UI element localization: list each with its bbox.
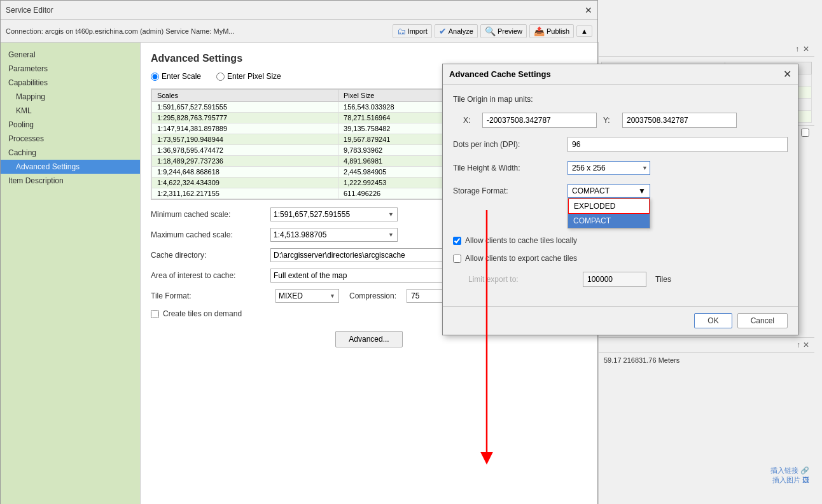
storage-format-dropdown: EXPLODED COMPACT [568,198,650,228]
limit-export-label: Limit export to: [468,275,576,284]
storage-format-row: Storage Format: COMPACT ▼ EXPLODED COMPA… [453,184,788,198]
y-input[interactable] [622,113,737,128]
dropdown-item-exploded[interactable]: EXPLODED [568,199,650,214]
storage-format-label: Storage Format: [453,186,561,195]
storage-format-value: COMPACT [572,186,610,195]
allow-cache-label: Allow clients to cache tiles locally [465,236,577,245]
tile-size-row: Tile Height & Width: 256 x 256 [453,161,788,175]
allow-export-checkbox[interactable] [453,255,461,263]
dialog-title-bar: Advanced Cache Settings ✕ [443,64,798,85]
tile-origin-coords-row: X: Y: [453,113,788,128]
dropdown-item-compact[interactable]: COMPACT [568,214,650,228]
allow-cache-checkbox[interactable] [453,237,461,245]
tiles-label: Tiles [655,275,671,284]
storage-format-wrapper: COMPACT ▼ EXPLODED COMPACT [568,184,650,198]
tile-origin-label-row: Tile Origin in map units: [453,95,788,104]
cancel-button[interactable]: Cancel [737,313,788,328]
dpi-label: Dots per inch (DPI): [453,140,561,149]
tile-size-select[interactable]: 256 x 256 [568,161,650,175]
y-label: Y: [603,116,616,125]
tile-size-select-wrapper: 256 x 256 [568,161,650,175]
allow-export-label: Allow clients to export cache tiles [465,254,577,263]
dialog-title: Advanced Cache Settings [449,69,551,79]
allow-export-checkbox-label[interactable]: Allow clients to export cache tiles [453,254,577,263]
dialog-body: Tile Origin in map units: X: Y: Dots per… [443,85,798,306]
dialog-footer: OK Cancel [443,306,798,335]
tile-origin-label: Tile Origin in map units: [453,95,533,104]
allow-export-row: Allow clients to export cache tiles [453,254,788,263]
x-label: X: [463,116,476,125]
allow-cache-checkbox-label[interactable]: Allow clients to cache tiles locally [453,236,577,245]
dialog-close-button[interactable]: ✕ [783,68,791,80]
tile-size-label: Tile Height & Width: [453,164,561,172]
limit-export-row: Limit export to: Tiles [453,272,788,287]
ok-button[interactable]: OK [694,313,732,328]
limit-export-input[interactable] [583,272,646,287]
allow-cache-row: Allow clients to cache tiles locally [453,236,788,245]
modal-overlay: Advanced Cache Settings ✕ Tile Origin in… [0,0,822,504]
x-input[interactable] [482,113,597,128]
dpi-input[interactable] [568,137,788,152]
dpi-row: Dots per inch (DPI): [453,137,788,152]
advanced-cache-dialog: Advanced Cache Settings ✕ Tile Origin in… [442,64,798,335]
storage-format-button[interactable]: COMPACT ▼ [568,184,650,198]
storage-format-chevron: ▼ [638,186,646,195]
